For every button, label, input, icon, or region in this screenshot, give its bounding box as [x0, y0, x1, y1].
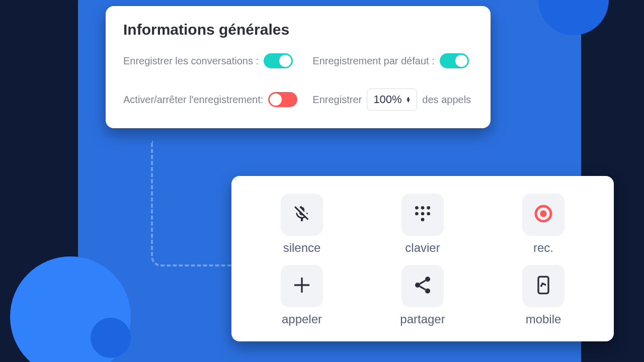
action-appeler: appeler: [281, 265, 323, 326]
decorative-circle: [91, 318, 131, 358]
svg-point-8: [540, 210, 546, 217]
settings-title: Informations générales: [123, 21, 473, 38]
svg-rect-12: [538, 277, 548, 293]
record-percent-suffix: des appels: [422, 94, 471, 106]
silence-button[interactable]: [281, 194, 323, 236]
svg-point-5: [427, 212, 430, 216]
action-label: partager: [400, 312, 445, 326]
action-label: mobile: [526, 312, 561, 326]
svg-point-10: [415, 283, 420, 288]
toggle-knob: [455, 55, 467, 67]
action-rec: rec.: [522, 194, 565, 255]
setting-label: Activer/arrêter l'enregistrement:: [123, 94, 263, 106]
setting-record-percent: Enregistrer 100% ▲▼ des appels: [312, 88, 473, 111]
share-icon: [413, 275, 433, 297]
action-label: silence: [283, 241, 321, 255]
toggle-activate-recording[interactable]: [268, 92, 297, 107]
svg-point-4: [421, 212, 425, 216]
setting-record-conversations: Enregistrer les conversations :: [123, 53, 297, 68]
mobile-icon: [533, 275, 553, 297]
action-label: rec.: [533, 241, 553, 255]
svg-point-0: [415, 206, 419, 210]
rec-button[interactable]: [522, 194, 565, 236]
action-silence: silence: [281, 194, 323, 255]
svg-point-2: [427, 206, 430, 210]
mic-off-icon: [292, 204, 312, 226]
call-actions-card: silence clavier rec.: [231, 176, 614, 341]
toggle-default-recording[interactable]: [440, 53, 469, 68]
appeler-button[interactable]: [281, 265, 323, 307]
svg-point-6: [421, 218, 425, 221]
setting-label: Enregistrer les conversations :: [123, 55, 259, 67]
action-label: clavier: [405, 241, 440, 255]
action-label: appeler: [282, 312, 322, 326]
select-arrows-icon: ▲▼: [406, 97, 411, 103]
toggle-knob: [270, 94, 282, 106]
toggle-knob: [279, 55, 291, 67]
setting-label: Enregistrement par défaut :: [312, 55, 434, 67]
setting-default-recording: Enregistrement par défaut :: [312, 53, 473, 68]
svg-point-9: [425, 277, 430, 282]
toggle-record-conversations[interactable]: [264, 53, 293, 68]
plus-icon: [292, 275, 312, 297]
record-percent-prefix: Enregistrer: [312, 94, 362, 106]
record-icon: [533, 204, 553, 226]
mobile-button[interactable]: [522, 265, 565, 307]
record-percent-value: 100%: [373, 93, 401, 106]
action-partager: partager: [400, 265, 445, 326]
partager-button[interactable]: [401, 265, 444, 307]
settings-card: Informations générales Enregistrer les c…: [106, 6, 491, 128]
svg-point-1: [421, 206, 425, 210]
action-mobile: mobile: [522, 265, 565, 326]
svg-point-11: [425, 289, 430, 294]
action-clavier: clavier: [401, 194, 444, 255]
keypad-icon: [413, 204, 433, 226]
svg-point-3: [415, 212, 419, 216]
setting-toggle-recording: Activer/arrêter l'enregistrement:: [123, 92, 297, 107]
record-percent-select[interactable]: 100% ▲▼: [367, 88, 417, 111]
clavier-button[interactable]: [401, 194, 444, 236]
